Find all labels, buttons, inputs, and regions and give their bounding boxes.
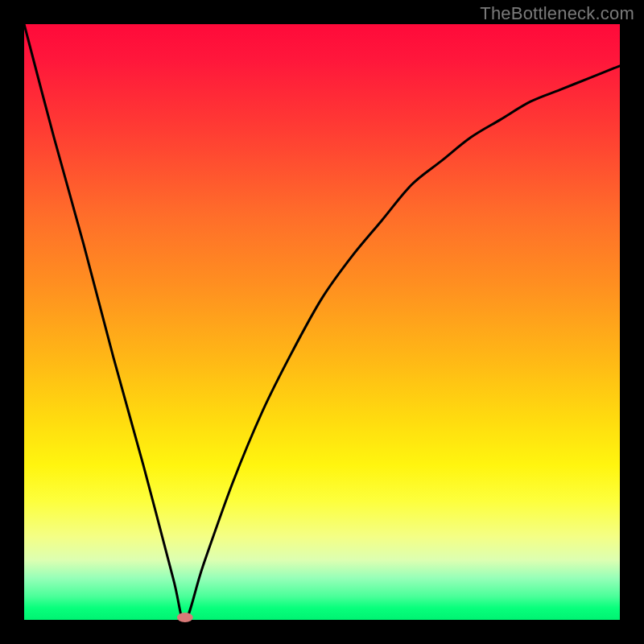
curve-layer xyxy=(24,24,620,620)
min-marker xyxy=(177,613,193,622)
chart-frame: TheBottleneck.com xyxy=(0,0,644,644)
bottleneck-curve xyxy=(24,24,620,620)
watermark-text: TheBottleneck.com xyxy=(480,3,634,24)
